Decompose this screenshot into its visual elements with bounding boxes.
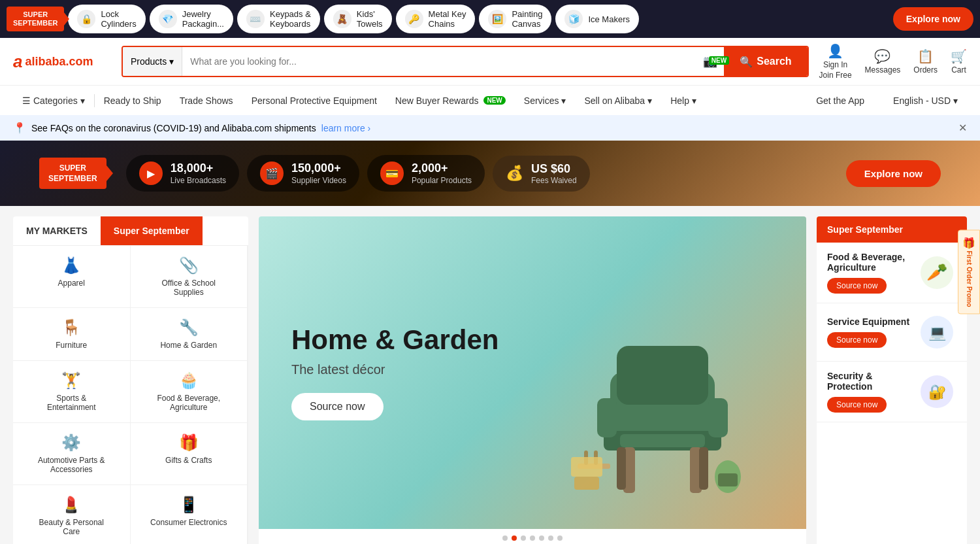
chevron-down-icon: ▾ xyxy=(692,95,696,106)
banner-item-lock[interactable]: 🔒 Lock Cylinders xyxy=(68,5,145,33)
header: a alibaba.com Products ▾ 📷 NEW 🔍 Search … xyxy=(0,38,980,85)
banner-item-kids[interactable]: 🧸 Kids' Towels xyxy=(324,5,392,33)
nav-trade-shows[interactable]: Trade Shows xyxy=(171,86,242,115)
svg-rect-8 xyxy=(699,447,708,490)
header-actions: 👤 Sign In Join Free 💬 Messages 📋 Orders … xyxy=(819,43,967,80)
market-item-automotive[interactable]: ⚙️ Automotive Parts & Accessories xyxy=(13,423,131,485)
food-bev-source-now-button[interactable]: Source now xyxy=(827,278,887,294)
super-september-badge[interactable]: SUPER SEPTEMBER xyxy=(7,7,64,31)
markets-tabs: MY MARKETS Super September xyxy=(13,216,248,246)
explore-now-button[interactable]: Explore now xyxy=(893,7,973,31)
right-panel-header: Super September xyxy=(817,216,967,243)
hero-fees: 💰 US $60 Fees Waived xyxy=(493,156,590,192)
gifts-icon: 🎁 xyxy=(179,434,199,452)
automotive-icon: ⚙️ xyxy=(61,434,81,452)
dot-6[interactable] xyxy=(548,536,553,541)
video-icon: 🎬 xyxy=(260,162,284,185)
ice-icon: 🧊 xyxy=(564,10,583,28)
new-badge: NEW xyxy=(709,56,729,65)
hero-explore-button[interactable]: Explore now xyxy=(846,160,941,187)
banner-subtitle: The latest décor xyxy=(291,362,498,377)
banner-item-ice[interactable]: 🧊 Ice Makers xyxy=(555,5,639,33)
location-icon: 📍 xyxy=(13,122,26,134)
home-garden-icon: 🔧 xyxy=(179,318,199,337)
dot-1[interactable] xyxy=(502,536,508,541)
hero-stat-broadcasts: ▶ 18,000+ Live Broadcasts xyxy=(126,155,239,192)
chevron-down-icon: ▾ xyxy=(953,95,958,106)
banner-source-now-button[interactable]: Source now xyxy=(291,393,384,420)
learn-more-link[interactable]: learn more › xyxy=(321,123,370,133)
grid-icon: ☰ xyxy=(22,95,31,106)
logo-text: alibaba.com xyxy=(25,55,93,69)
search-icon: 🔍 xyxy=(740,56,753,68)
jewelry-icon: 💎 xyxy=(159,10,177,28)
nav-services[interactable]: Services ▾ xyxy=(515,86,576,115)
messages-action[interactable]: 💬 Messages xyxy=(865,48,901,75)
right-panel-security: Security & Protection Source now 🔐 xyxy=(817,362,967,422)
svg-rect-16 xyxy=(574,477,599,490)
metalkey-icon: 🔑 xyxy=(405,10,423,28)
dot-7[interactable] xyxy=(557,536,563,541)
sports-icon: 🏋️ xyxy=(61,371,81,390)
electronics-icon: 📱 xyxy=(179,496,199,514)
nav-categories[interactable]: ☰ Categories ▾ xyxy=(13,86,94,115)
banner-item-painting[interactable]: 🖼️ Painting Canvas xyxy=(479,5,551,33)
office-icon: 📎 xyxy=(179,256,199,275)
nav-language[interactable]: English - USD ▾ xyxy=(884,95,967,106)
nav-ppe[interactable]: Personal Protective Equipment xyxy=(242,86,386,115)
market-item-apparel[interactable]: 👗 Apparel xyxy=(13,246,131,308)
dollar-icon: 💰 xyxy=(506,165,523,182)
hero-section: SUPER SEPTEMBER ▶ 18,000+ Live Broadcast… xyxy=(0,141,980,206)
close-icon[interactable]: ✕ xyxy=(958,122,967,134)
svg-rect-1 xyxy=(617,346,708,405)
products-dropdown-button[interactable]: Products ▾ xyxy=(123,47,182,76)
products-icon: 💳 xyxy=(380,162,404,185)
banner-item-jewelry[interactable]: 💎 Jewelry Packagin... xyxy=(150,5,233,33)
cart-icon: 🛒 xyxy=(951,48,967,64)
dot-3[interactable] xyxy=(521,536,526,541)
logo[interactable]: a alibaba.com xyxy=(13,52,111,72)
market-item-sports[interactable]: 🏋️ Sports & Entertainment xyxy=(13,361,131,423)
market-item-gifts[interactable]: 🎁 Gifts & Crafts xyxy=(131,423,248,485)
food-bev-title: Food & Beverage, Agriculture xyxy=(827,252,911,273)
market-item-beauty[interactable]: 💄 Beauty & Personal Care xyxy=(13,485,131,544)
tab-my-markets[interactable]: MY MARKETS xyxy=(13,216,101,245)
dot-2[interactable] xyxy=(512,536,517,541)
service-equip-source-now-button[interactable]: Source now xyxy=(827,332,887,348)
dot-4[interactable] xyxy=(530,536,535,541)
cart-action[interactable]: 🛒 Cart xyxy=(951,48,967,75)
security-source-now-button[interactable]: Source now xyxy=(827,397,887,413)
right-panel-service-equip: Service Equipment Source now 💻 xyxy=(817,303,967,362)
dot-5[interactable] xyxy=(539,536,544,541)
nav-new-buyer[interactable]: New Buyer Rewards NEW xyxy=(386,86,515,115)
promo-text: First Order Promo xyxy=(966,250,973,307)
nav-get-app[interactable]: Get the App xyxy=(807,95,874,106)
security-image: 🔐 xyxy=(917,372,956,411)
first-order-promo[interactable]: 🎁 First Order Promo xyxy=(958,230,980,314)
market-item-home-garden[interactable]: 🔧 Home & Garden xyxy=(131,308,248,361)
orders-action[interactable]: 📋 Orders xyxy=(913,48,938,75)
market-item-office[interactable]: 📎 Office & School Supplies xyxy=(131,246,248,308)
banner-item-metalkey[interactable]: 🔑 Metal Key Chains xyxy=(396,5,476,33)
nav-ready-to-ship[interactable]: Ready to Ship xyxy=(95,86,171,115)
top-banner: SUPER SEPTEMBER 🔒 Lock Cylinders 💎 Jewel… xyxy=(0,0,980,38)
nav-bar: ☰ Categories ▾ Ready to Ship Trade Shows… xyxy=(0,85,980,115)
markets-grid: 👗 Apparel 📎 Office & School Supplies 🪑 F… xyxy=(13,246,248,544)
market-item-furniture[interactable]: 🪑 Furniture xyxy=(13,308,131,361)
security-title: Security & Protection xyxy=(827,371,911,392)
nav-sell[interactable]: Sell on Alibaba ▾ xyxy=(575,86,661,115)
food-bev-image: 🥕 xyxy=(917,253,956,292)
nav-help[interactable]: Help ▾ xyxy=(661,86,706,115)
alibaba-logo-icon: a xyxy=(13,52,22,72)
kids-icon: 🧸 xyxy=(333,10,351,28)
svg-text:💻: 💻 xyxy=(928,324,946,341)
search-button[interactable]: 🔍 Search xyxy=(724,47,807,76)
tab-super-september[interactable]: Super September xyxy=(101,216,203,245)
market-item-food[interactable]: 🧁 Food & Beverage, Agriculture xyxy=(131,361,248,423)
market-item-electronics[interactable]: 📱 Consumer Electronics xyxy=(131,485,248,544)
play-icon: ▶ xyxy=(139,162,163,185)
service-equip-image: 💻 xyxy=(917,313,956,352)
sign-in-action[interactable]: 👤 Sign In Join Free xyxy=(819,43,852,80)
banner-item-keypads[interactable]: ⌨️ Keypads & Keyboards xyxy=(237,5,320,33)
search-input[interactable] xyxy=(182,47,696,76)
